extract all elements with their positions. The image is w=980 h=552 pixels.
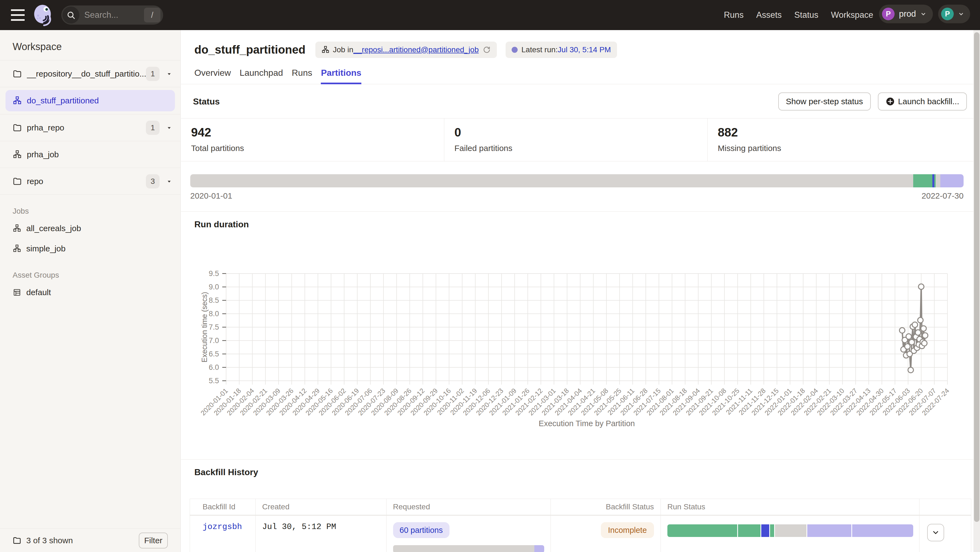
sidebar-item-do-stuff-partitioned[interactable]: do_stuff_partitioned bbox=[5, 90, 175, 111]
sidebar-item-simple-job[interactable]: simple_job bbox=[0, 238, 180, 259]
svg-text:6.5: 6.5 bbox=[208, 350, 219, 358]
sidebar-title: Workspace bbox=[0, 30, 180, 60]
svg-text:5.5: 5.5 bbox=[208, 377, 219, 385]
bar-segment-primary bbox=[932, 174, 935, 187]
scrollbar-thumb[interactable] bbox=[974, 32, 980, 522]
sidebar-item-repo[interactable]: repo3 bbox=[0, 168, 180, 195]
search-input[interactable]: Search... / bbox=[61, 5, 163, 25]
menu-icon[interactable] bbox=[11, 9, 25, 21]
svg-text:7.0: 7.0 bbox=[208, 336, 219, 345]
page-scrollbar[interactable] bbox=[974, 30, 980, 552]
stat-value: 942 bbox=[191, 125, 444, 139]
sidebar-item-prha-job[interactable]: prha_job bbox=[0, 141, 180, 168]
tab-runs[interactable]: Runs bbox=[292, 68, 312, 84]
partition-status-bar[interactable] bbox=[190, 174, 964, 187]
stat-label: Total partitions bbox=[191, 144, 444, 153]
backfill-history-heading: Backfill History bbox=[194, 467, 980, 477]
tab-overview[interactable]: Overview bbox=[194, 68, 231, 84]
job-repo-link[interactable]: __reposi...artitioned@partitioned_job bbox=[353, 45, 479, 54]
bar-segment-none bbox=[190, 174, 913, 187]
bar-segment-success bbox=[738, 524, 760, 537]
deployment-switcher[interactable]: P prod bbox=[879, 5, 933, 23]
caret-down-icon[interactable] bbox=[165, 124, 173, 131]
partition-stats: 942Total partitions0Failed partitions882… bbox=[181, 118, 980, 162]
page-header: do_stuff_partitioned Job in __reposi...a… bbox=[181, 30, 980, 58]
nav-link-workspace[interactable]: Workspace bbox=[831, 10, 873, 20]
stat-missing-partitions: 882Missing partitions bbox=[708, 119, 980, 161]
nav-link-status[interactable]: Status bbox=[794, 10, 818, 20]
tab-launchpad[interactable]: Launchpad bbox=[240, 68, 283, 84]
latest-run-prefix: Latest run: bbox=[522, 45, 558, 54]
stat-value: 882 bbox=[718, 125, 980, 139]
user-menu[interactable]: P bbox=[938, 5, 970, 23]
folder-icon bbox=[13, 177, 22, 186]
column-header-run-status: Run Status bbox=[661, 499, 920, 515]
backfill-id-link[interactable]: jozrgsbh bbox=[202, 522, 242, 531]
bar-segment-none bbox=[935, 174, 940, 187]
latest-run-link[interactable]: Jul 30, 5:14 PM bbox=[558, 45, 611, 54]
svg-text:9.5: 9.5 bbox=[208, 270, 219, 278]
main-content: do_stuff_partitioned Job in __reposi...a… bbox=[181, 30, 980, 552]
partition-status-bar-wrap: 2020-01-01 2022-07-30 bbox=[181, 162, 980, 200]
sidebar-item--repository-do-stuff-partitio-[interactable]: __repository__do_stuff_partitio...1 bbox=[0, 60, 180, 87]
user-avatar: P bbox=[941, 8, 954, 20]
column-header-actions bbox=[920, 499, 971, 515]
top-nav: Search... / RunsAssetsStatusWorkspace P … bbox=[0, 0, 980, 30]
sidebar-item-all-cereals-job[interactable]: all_cereals_job bbox=[0, 218, 180, 238]
partition-range-start: 2020-01-01 bbox=[190, 191, 232, 200]
show-per-step-status-button[interactable]: Show per-step status bbox=[778, 92, 871, 111]
sidebar-item-label: simple_job bbox=[26, 244, 65, 253]
sidebar-item-label: prha_repo bbox=[27, 123, 146, 132]
tab-partitions[interactable]: Partitions bbox=[321, 68, 361, 84]
run-status-bar[interactable] bbox=[667, 524, 913, 537]
expand-row-button[interactable] bbox=[927, 524, 944, 541]
column-header-requested: Requested bbox=[387, 499, 551, 515]
svg-text:Execution time (secs): Execution time (secs) bbox=[200, 292, 208, 362]
filter-button[interactable]: Filter bbox=[139, 533, 168, 549]
run-duration-chart: 2020-01-012020-01-182020-02-042020-02-21… bbox=[181, 257, 975, 449]
column-header-backfill-status: Backfill Status bbox=[551, 499, 661, 515]
backfill-history-table: Backfill IdCreatedRequestedBackfill Stat… bbox=[190, 499, 971, 552]
requested-cell: 60 partitions 2020-01-01 2022-07-30 bbox=[387, 516, 551, 552]
nav-link-runs[interactable]: Runs bbox=[724, 10, 743, 20]
execution-time-chart: 2020-01-012020-01-182020-02-042020-02-21… bbox=[181, 257, 975, 449]
folder-icon bbox=[13, 69, 22, 79]
status-section-header: Status Show per-step status Launch backf… bbox=[181, 84, 980, 118]
stat-failed-partitions: 0Failed partitions bbox=[444, 119, 708, 161]
sidebar-section-label: Asset Groups bbox=[0, 259, 180, 282]
column-header-created: Created bbox=[256, 499, 387, 515]
nav-link-assets[interactable]: Assets bbox=[756, 10, 782, 20]
stat-value: 0 bbox=[454, 125, 707, 139]
chevron-down-icon bbox=[958, 10, 965, 17]
requested-progress-bar bbox=[393, 545, 544, 552]
sidebar-item-label: __repository__do_stuff_partitio... bbox=[27, 69, 146, 79]
launch-backfill-label: Launch backfill... bbox=[898, 97, 959, 106]
asset-group-icon bbox=[13, 288, 21, 297]
bar-segment-none bbox=[775, 524, 807, 537]
search-placeholder: Search... bbox=[84, 10, 144, 20]
bar-segment-queued bbox=[852, 524, 913, 537]
sidebar-item-label: default bbox=[26, 288, 51, 297]
caret-down-icon[interactable] bbox=[165, 70, 173, 78]
status-heading: Status bbox=[193, 97, 220, 107]
requested-partitions-badge[interactable]: 60 partitions bbox=[393, 522, 450, 538]
partition-bar-range: 2020-01-01 2022-07-30 bbox=[190, 191, 964, 200]
folder-icon bbox=[13, 123, 22, 132]
svg-text:7.5: 7.5 bbox=[208, 323, 219, 331]
sidebar-item-prha-repo[interactable]: prha_repo1 bbox=[0, 114, 180, 141]
status-actions: Show per-step status Launch backfill... bbox=[778, 92, 967, 111]
page-title: do_stuff_partitioned bbox=[194, 43, 305, 56]
run-status-dot-icon bbox=[512, 47, 518, 53]
reload-icon[interactable] bbox=[483, 46, 491, 54]
created-timestamp: Jul 30, 5:12 PM bbox=[262, 522, 336, 531]
search-shortcut-key: / bbox=[144, 8, 161, 22]
dagster-logo-icon[interactable] bbox=[31, 3, 55, 27]
caret-down-icon[interactable] bbox=[165, 178, 173, 185]
run-duration-section: Run duration bbox=[181, 211, 980, 230]
sidebar-footer: 3 of 3 shown Filter bbox=[0, 528, 180, 552]
sidebar-item-label: do_stuff_partitioned bbox=[27, 96, 167, 105]
job-icon bbox=[13, 244, 21, 253]
launch-backfill-button[interactable]: Launch backfill... bbox=[878, 92, 967, 111]
repo-count-badge: 1 bbox=[146, 121, 159, 135]
sidebar-item-default[interactable]: default bbox=[0, 282, 180, 303]
